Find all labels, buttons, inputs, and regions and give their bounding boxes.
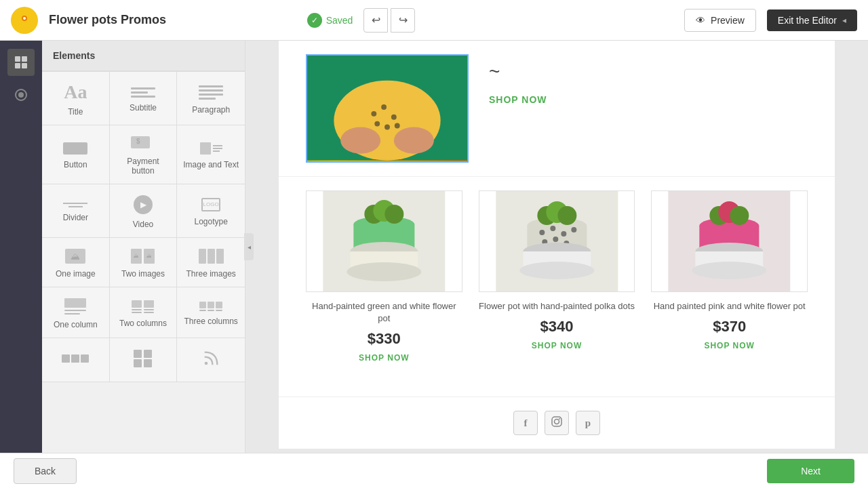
title-icon: Aa bbox=[64, 83, 87, 102]
saved-label: Saved bbox=[326, 15, 353, 26]
element-two-columns[interactable]: Two columns bbox=[110, 287, 178, 338]
product-card: Hand-painted green and white flower pot … bbox=[306, 190, 462, 363]
preview-label: Preview bbox=[711, 15, 745, 26]
svg-point-33 bbox=[550, 226, 555, 231]
three-columns-icon bbox=[199, 302, 222, 311]
sidebar-item-design[interactable] bbox=[7, 81, 35, 108]
element-payment-button-label: Payment button bbox=[115, 157, 172, 176]
element-subtitle-label: Subtitle bbox=[130, 103, 157, 113]
panel-wrapper: Elements Aa Title Subtitle bbox=[42, 41, 245, 453]
exit-arrow-icon: ◂ bbox=[842, 16, 846, 25]
element-one-image[interactable]: One image bbox=[42, 238, 110, 287]
product-price: $370 bbox=[713, 318, 746, 336]
element-divider[interactable]: Divider bbox=[42, 184, 110, 238]
products-grid: Hand-painted green and white flower pot … bbox=[306, 190, 808, 363]
exit-editor-label: Exit the Editor bbox=[778, 15, 837, 26]
undo-button[interactable]: ↩ bbox=[363, 8, 388, 33]
button-icon bbox=[63, 142, 87, 155]
bottombar: Back Next bbox=[0, 453, 868, 488]
svg-rect-6 bbox=[22, 63, 27, 68]
social-section: f p bbox=[279, 396, 835, 449]
next-button[interactable]: Next bbox=[767, 459, 854, 483]
element-three-columns[interactable]: Three columns bbox=[177, 287, 245, 338]
product-card: Hand painted pink and white flower pot $… bbox=[651, 190, 808, 363]
element-button[interactable]: Button bbox=[42, 125, 110, 184]
video-icon bbox=[134, 195, 153, 214]
svg-rect-54 bbox=[552, 417, 561, 426]
redo-button[interactable]: ↪ bbox=[391, 8, 415, 33]
element-two-images-label: Two images bbox=[121, 269, 165, 279]
instagram-icon bbox=[551, 415, 563, 430]
paragraph-icon bbox=[199, 85, 223, 100]
element-divider-label: Divider bbox=[63, 213, 88, 222]
svg-point-37 bbox=[553, 237, 558, 242]
product-image[interactable] bbox=[651, 190, 808, 292]
eye-icon: 👁 bbox=[696, 15, 705, 26]
product-image[interactable] bbox=[306, 190, 462, 292]
page-title: Flower pots Promos bbox=[49, 13, 296, 27]
icon-sidebar bbox=[0, 41, 42, 453]
svg-point-50 bbox=[692, 262, 767, 279]
svg-point-34 bbox=[561, 231, 566, 237]
svg-point-8 bbox=[18, 92, 24, 98]
elements-panel: Elements Aa Title Subtitle bbox=[42, 41, 245, 453]
product-card: Flower pot with hand-painted polka dots … bbox=[479, 190, 635, 363]
hero-shop-now-link[interactable]: SHOP NOW bbox=[489, 94, 547, 105]
social-follow-1-icon bbox=[62, 354, 89, 363]
product-image[interactable] bbox=[479, 190, 635, 292]
element-logotype-label: Logotype bbox=[194, 217, 227, 226]
product-name: Hand-painted green and white flower pot bbox=[306, 300, 462, 325]
element-payment-button[interactable]: $ Payment button bbox=[110, 125, 178, 184]
product-name: Hand painted pink and white flower pot bbox=[654, 300, 806, 312]
svg-point-16 bbox=[384, 125, 390, 130]
hero-image-container[interactable] bbox=[306, 54, 469, 163]
social-follow-2-icon bbox=[134, 350, 153, 367]
element-two-images[interactable]: ⛰⛰ Two images bbox=[110, 238, 178, 287]
element-subtitle[interactable]: Subtitle bbox=[110, 72, 178, 125]
element-image-and-text-label: Image and Text bbox=[183, 160, 239, 169]
products-section: Hand-painted green and white flower pot … bbox=[279, 176, 835, 396]
element-title-label: Title bbox=[68, 107, 83, 117]
element-three-images[interactable]: Three images bbox=[177, 238, 245, 287]
svg-point-9 bbox=[205, 362, 208, 365]
element-social-follow-2[interactable] bbox=[110, 338, 178, 382]
check-circle-icon: ✓ bbox=[307, 13, 322, 28]
instagram-button[interactable] bbox=[545, 411, 569, 435]
canvas-area: ~ SHOP NOW bbox=[245, 41, 868, 453]
element-paragraph[interactable]: Paragraph bbox=[177, 72, 245, 125]
back-button[interactable]: Back bbox=[14, 458, 77, 484]
product-shop-now-link[interactable]: SHOP NOW bbox=[704, 341, 754, 350]
element-title[interactable]: Aa Title bbox=[42, 72, 110, 125]
element-video[interactable]: Video bbox=[110, 184, 178, 238]
divider-icon bbox=[63, 203, 87, 207]
svg-point-35 bbox=[571, 227, 576, 232]
svg-point-53 bbox=[730, 206, 749, 225]
element-three-images-label: Three images bbox=[186, 269, 235, 279]
svg-point-14 bbox=[391, 115, 397, 120]
element-one-column-label: One column bbox=[54, 320, 98, 329]
two-images-icon: ⛰⛰ bbox=[131, 249, 155, 264]
element-logotype[interactable]: LOGO Logotype bbox=[177, 184, 245, 238]
preview-button[interactable]: 👁 Preview bbox=[684, 9, 756, 32]
three-images-icon bbox=[199, 249, 224, 264]
element-rss[interactable] bbox=[177, 338, 245, 382]
element-one-column[interactable]: One column bbox=[42, 287, 110, 338]
product-shop-now-link[interactable]: SHOP NOW bbox=[532, 341, 582, 350]
pinterest-button[interactable]: p bbox=[576, 411, 600, 435]
collapse-panel-button[interactable]: ◂ bbox=[244, 233, 254, 260]
element-paragraph-label: Paragraph bbox=[192, 105, 230, 115]
element-social-follow-1[interactable] bbox=[42, 338, 110, 382]
svg-point-19 bbox=[394, 127, 434, 154]
svg-point-25 bbox=[347, 262, 421, 281]
facebook-icon: f bbox=[524, 418, 528, 429]
element-button-label: Button bbox=[64, 160, 87, 169]
sidebar-item-elements[interactable] bbox=[7, 49, 35, 76]
rss-icon bbox=[201, 349, 220, 368]
element-image-and-text[interactable]: Image and Text bbox=[177, 125, 245, 184]
facebook-button[interactable]: f bbox=[513, 411, 538, 435]
product-shop-now-link[interactable]: SHOP NOW bbox=[359, 353, 409, 363]
hero-text: ~ SHOP NOW bbox=[489, 54, 808, 106]
exit-editor-button[interactable]: Exit the Editor ◂ bbox=[767, 9, 857, 31]
topbar: Flower pots Promos ✓ Saved ↩ ↪ 👁 Preview… bbox=[0, 0, 868, 41]
hero-section: ~ SHOP NOW bbox=[279, 41, 835, 176]
